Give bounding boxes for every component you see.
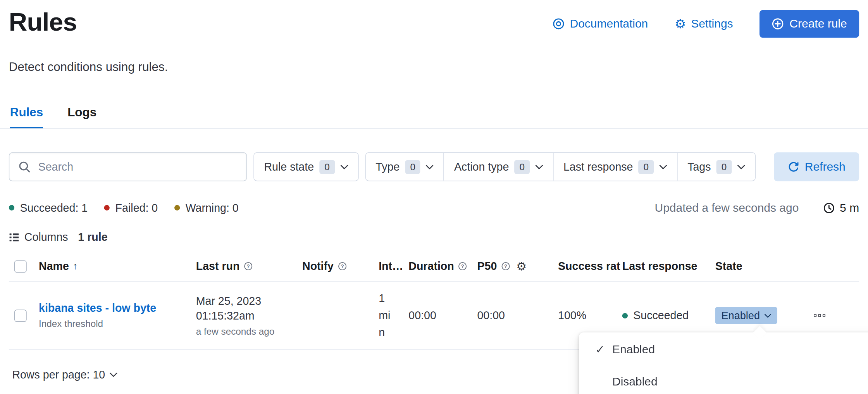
- interval-line: 1: [379, 290, 408, 307]
- chevron-down-icon: [659, 164, 667, 169]
- auto-refresh-interval-button[interactable]: 5 m: [823, 201, 859, 214]
- status-failed: Failed: 0: [104, 201, 158, 214]
- header-label: Duration: [408, 260, 454, 273]
- filter-last-response[interactable]: Last response 0: [553, 153, 677, 180]
- state-badge[interactable]: Enabled: [715, 307, 777, 324]
- state-dropdown-popover: ✓ Enabled Disabled: [579, 332, 868, 394]
- succeeded-label: Succeeded: 1: [20, 201, 88, 214]
- filter-label: Tags: [687, 161, 711, 173]
- last-response-label: Succeeded: [633, 309, 689, 322]
- rule-state-filter-group: Rule state 0: [253, 152, 358, 181]
- header-duration[interactable]: Duration ?: [408, 260, 477, 273]
- info-icon[interactable]: ?: [501, 261, 510, 271]
- interval-line: n: [379, 324, 408, 341]
- filter-tags[interactable]: Tags 0: [677, 153, 755, 180]
- more-actions-icon[interactable]: [811, 312, 827, 319]
- header-name[interactable]: Name ↑: [39, 260, 196, 273]
- auto-refresh-label: 5 m: [840, 201, 859, 214]
- documentation-button[interactable]: Documentation: [553, 17, 648, 30]
- filter-type[interactable]: Type 0: [366, 153, 444, 180]
- search-icon: [18, 161, 30, 173]
- svg-text:?: ?: [504, 263, 507, 269]
- filter-label: Rule state: [264, 161, 314, 173]
- header-label: Int…: [379, 260, 403, 273]
- clock-icon: [823, 202, 835, 214]
- select-all-checkbox[interactable]: [14, 260, 26, 272]
- success-ratio-cell: 100%: [558, 309, 622, 322]
- status-row: Succeeded: 1 Failed: 0 Warning: 0 Update…: [9, 201, 859, 214]
- plus-in-circle-icon: [772, 18, 784, 30]
- succeeded-dot-icon: [622, 313, 628, 318]
- rule-type-label: Index threshold: [39, 318, 196, 330]
- popover-item-label: Disabled: [612, 375, 658, 388]
- header-label: Name: [39, 260, 69, 273]
- tab-rules[interactable]: Rules: [10, 105, 43, 128]
- tab-bar: Rules Logs: [0, 105, 868, 129]
- filter-rule-state[interactable]: Rule state 0: [254, 153, 358, 180]
- header-label: Success rat: [558, 260, 620, 273]
- documentation-icon: [553, 18, 565, 30]
- svg-text:?: ?: [461, 263, 464, 269]
- updated-text: Updated a few seconds ago: [654, 201, 799, 214]
- header-notify[interactable]: Notify ?: [302, 260, 379, 273]
- search-input[interactable]: [37, 160, 238, 174]
- settings-button[interactable]: ⚙ Settings: [675, 17, 733, 30]
- table-header-row: Name ↑ Last run ? Notify ? Int… Duration…: [9, 252, 859, 282]
- check-icon: ✓: [594, 343, 606, 356]
- tab-logs[interactable]: Logs: [67, 105, 96, 128]
- chevron-down-icon: [110, 372, 117, 377]
- info-icon[interactable]: ?: [338, 261, 347, 271]
- last-response-cell: Succeeded: [622, 309, 715, 322]
- chevron-down-icon: [764, 313, 771, 318]
- header-state[interactable]: State: [715, 260, 807, 273]
- header-label: Last response: [622, 260, 698, 273]
- rules-page: Rules Documentation ⚙ Settings Create: [0, 0, 868, 394]
- header-label: State: [715, 260, 742, 273]
- chevron-down-icon: [737, 164, 745, 169]
- filter-count-badge: 0: [515, 160, 530, 174]
- row-checkbox-cell: [9, 309, 39, 321]
- filter-label: Last response: [563, 161, 633, 173]
- filter-action-type[interactable]: Action type 0: [444, 153, 553, 180]
- info-icon[interactable]: ?: [458, 261, 467, 271]
- interval-line: mi: [379, 307, 408, 324]
- gear-icon: ⚙: [675, 17, 686, 30]
- create-rule-button[interactable]: Create rule: [760, 10, 859, 38]
- warning-dot-icon: [174, 205, 180, 211]
- table-toolbar: Columns 1 rule: [9, 231, 859, 244]
- sort-ascending-icon: ↑: [73, 261, 78, 272]
- page-content: Rules Documentation ⚙ Settings Create: [0, 0, 868, 394]
- popover-item-enabled[interactable]: ✓ Enabled: [579, 337, 868, 363]
- rows-per-page-button[interactable]: Rows per page: 10: [9, 368, 121, 382]
- rule-name-link[interactable]: kibana sites - low byte: [39, 302, 157, 315]
- popover-item-disabled[interactable]: Disabled: [579, 369, 868, 394]
- refresh-button[interactable]: Refresh: [774, 152, 859, 181]
- header-label: Last run: [196, 260, 240, 273]
- last-run-cell: Mar 25, 2023 01:15:32am a few seconds ag…: [196, 294, 302, 337]
- documentation-label: Documentation: [570, 17, 648, 30]
- interval-cell: 1 mi n: [379, 290, 408, 341]
- filter-count-badge: 0: [639, 160, 654, 174]
- p50-settings-gear-icon[interactable]: ⚙: [516, 260, 527, 272]
- row-actions-cell: [807, 312, 859, 319]
- columns-button[interactable]: Columns: [9, 231, 68, 244]
- duration-cell: 00:00: [408, 309, 477, 322]
- page-header: Rules Documentation ⚙ Settings Create: [0, 0, 868, 38]
- header-last-run[interactable]: Last run ?: [196, 260, 302, 273]
- info-icon[interactable]: ?: [243, 261, 253, 271]
- header-interval[interactable]: Int…: [379, 260, 408, 273]
- header-success-ratio[interactable]: Success rat: [558, 260, 622, 273]
- filter-count-badge: 0: [405, 160, 420, 174]
- status-warning: Warning: 0: [174, 201, 239, 214]
- header-last-response[interactable]: Last response: [622, 260, 715, 273]
- row-checkbox[interactable]: [14, 309, 26, 321]
- chevron-down-icon: [426, 164, 434, 169]
- chevron-down-icon: [340, 164, 348, 169]
- failed-dot-icon: [104, 205, 110, 211]
- header-p50[interactable]: P50 ? ⚙: [477, 260, 558, 273]
- header-label: Notify: [302, 260, 334, 273]
- warning-label: Warning: 0: [186, 201, 239, 214]
- rule-count-label: 1 rule: [78, 231, 107, 244]
- header-actions: Documentation ⚙ Settings Create rule: [553, 8, 859, 38]
- filters-group: Type 0 Action type 0 Last response 0 Tag…: [365, 152, 755, 181]
